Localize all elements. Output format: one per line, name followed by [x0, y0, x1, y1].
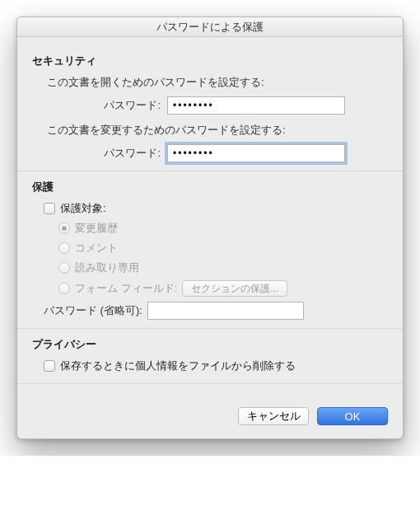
radio-readonly-label: 読み取り専用 [75, 260, 139, 275]
open-password-input[interactable] [167, 96, 345, 115]
open-password-label: パスワード: [32, 98, 167, 113]
dialog-buttons: キャンセル OK [17, 404, 403, 438]
protect-target-row[interactable]: 保護対象: [44, 201, 388, 216]
remove-personal-row[interactable]: 保存するときに個人情報をファイルから削除する [44, 359, 388, 373]
radio-formfields-row: フォーム フィールド: セクションの保護... [58, 280, 388, 297]
radio-readonly [58, 262, 70, 274]
privacy-heading: プライバシー [32, 337, 388, 352]
modify-password-input[interactable] [167, 144, 345, 162]
security-heading: セキュリティ [32, 54, 388, 68]
protection-heading: 保護 [32, 180, 388, 195]
divider [17, 171, 403, 171]
protection-radio-group: 変更履歴 コメント 読み取り専用 フォーム フィールド: セクションの保護... [58, 221, 388, 297]
remove-personal-label: 保存するときに個人情報をファイルから削除する [60, 359, 296, 373]
radio-formfields-label: フォーム フィールド: [75, 281, 177, 296]
window-title: パスワードによる保護 [17, 17, 403, 37]
optional-password-input [147, 302, 304, 320]
optional-password-label: パスワード (省略可): [44, 303, 147, 318]
cancel-button[interactable]: キャンセル [238, 407, 309, 425]
open-password-row: パスワード: [32, 96, 388, 115]
radio-readonly-row: 読み取り専用 [58, 260, 388, 275]
radio-revisions-label: 変更履歴 [75, 221, 118, 236]
dialog-window: パスワードによる保護 セキュリティ この文書を開くためのパスワードを設定する: … [16, 16, 404, 439]
optional-password-row: パスワード (省略可): [44, 302, 388, 320]
open-password-description: この文書を開くためのパスワードを設定する: [47, 75, 388, 90]
divider [17, 328, 403, 329]
protect-target-label: 保護対象: [60, 201, 106, 216]
radio-revisions [58, 223, 70, 234]
ok-button[interactable]: OK [317, 407, 388, 425]
radio-comments-row: コメント [58, 241, 388, 256]
divider [17, 383, 403, 384]
modify-password-description: この文書を変更するためのパスワードを設定する: [47, 123, 388, 138]
radio-comments-label: コメント [75, 241, 118, 256]
modify-password-label: パスワード: [32, 146, 167, 161]
radio-comments [58, 242, 70, 254]
dialog-content: セキュリティ この文書を開くためのパスワードを設定する: パスワード: この文書… [17, 37, 403, 404]
remove-personal-checkbox[interactable] [44, 360, 55, 372]
protect-target-checkbox[interactable] [44, 203, 55, 214]
radio-revisions-row: 変更履歴 [58, 221, 388, 236]
sections-protect-button: セクションの保護... [182, 280, 287, 297]
radio-formfields [58, 283, 70, 294]
modify-password-row: パスワード: [32, 144, 388, 162]
